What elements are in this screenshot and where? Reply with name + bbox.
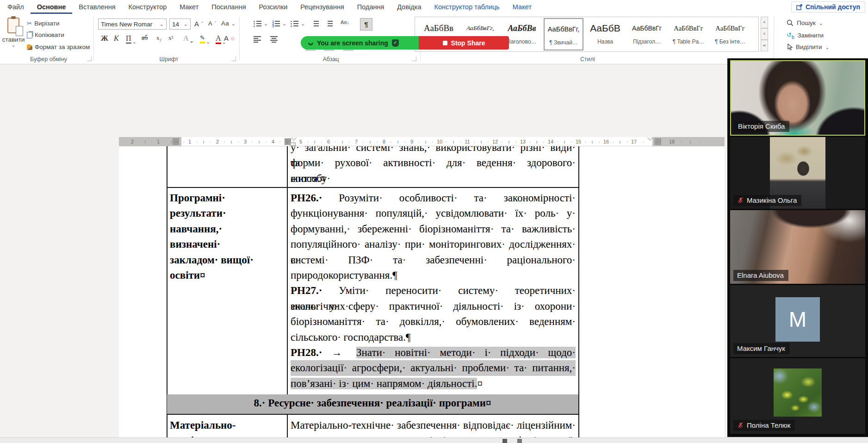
ruler-tick: · (177, 137, 179, 146)
right-margin-boundary-marker[interactable] (655, 138, 661, 145)
change-case-button[interactable]: Аа⌄ (221, 20, 236, 27)
document-page[interactable]: у· загальній· системі· знань,· використо… (119, 137, 725, 443)
word-window: Файл Основне Вставлення Конструктор Маке… (0, 0, 868, 443)
style-card-table-paragraph[interactable]: АаБбВвГг ¶ Table Pa… (669, 18, 708, 50)
styles-scroll-down-button[interactable]: ˅ (761, 28, 768, 40)
style-card-title[interactable]: АаБбВ Назва (585, 18, 625, 50)
style-label: ¶ Table Pa… (669, 38, 708, 45)
font-family-combo[interactable]: Times New Romar ⌄ (98, 19, 167, 30)
style-card-subtitle[interactable]: АаБбВвГг Підзагол… (627, 18, 667, 50)
styles-scroll-up-button[interactable]: ˄ (761, 17, 768, 28)
multilevel-list-button[interactable]: ⌄ (291, 20, 305, 27)
rn27-line3: біорізноманіття· та· довкілля,· обумовле… (291, 314, 576, 329)
participant-tile-polina[interactable]: Поліна Телюк (730, 358, 865, 434)
align-left-button[interactable] (254, 36, 261, 42)
font-dialog-launcher[interactable] (231, 56, 236, 61)
text-effects-label: А (183, 34, 189, 43)
stop-share-button[interactable]: Stop Share (419, 36, 509, 50)
highlight-button[interactable]: ✎ ⌄ (200, 34, 210, 44)
style-sample: АаБбВв (419, 18, 459, 38)
ruler-tick: · (557, 137, 558, 146)
superscript-button[interactable]: х² (168, 34, 173, 42)
share-button[interactable]: Спільний доступ (791, 1, 865, 12)
shrink-caret-icon: ˇ (215, 22, 217, 25)
ruler-tick: · (362, 137, 364, 146)
style-card-no-spacing[interactable]: АаБбВвГг ¶ Без інте… (710, 18, 750, 50)
decrease-indent-button[interactable] (311, 20, 319, 27)
ruler-tick: · (680, 137, 682, 146)
tab-review[interactable]: Рецензування (294, 1, 351, 14)
ruler-tick: · (418, 137, 420, 146)
tab-table-design[interactable]: Конструктор таблиць (428, 1, 506, 14)
tab-references[interactable]: Посилання (205, 1, 252, 14)
numbering-button[interactable]: 123 ⌄ (272, 20, 286, 27)
tab-insert[interactable]: Вставлення (72, 1, 122, 14)
paragraph-dialog-launcher[interactable] (412, 56, 416, 61)
format-painter-button[interactable]: Формат за зразком (27, 44, 90, 50)
strikethrough-button[interactable]: аб (142, 34, 148, 42)
taskbar-icon[interactable] (502, 439, 507, 443)
taskbar-icon[interactable] (517, 439, 522, 443)
left-cell-line: визначені· (170, 237, 283, 252)
search-chevron-icon: ⌄ (819, 21, 823, 25)
ruler-tick: ı (170, 137, 172, 146)
text-effects-chevron-icon: ⌄ (190, 39, 194, 43)
bullets-button[interactable]: ⌄ (254, 20, 268, 27)
participant-tile-elnara[interactable]: Elnara Aiubova (730, 210, 865, 284)
style-sample: АаБбВ (585, 18, 625, 38)
font-size-combo[interactable]: 14 ⌄ (169, 19, 191, 30)
shrink-font-label: А (208, 20, 212, 27)
style-card-normal-selected[interactable]: АаБбВвГг, ¶ Звичай… (544, 18, 583, 50)
ruler-left-margin (119, 137, 181, 146)
ruler-tick: · (390, 137, 392, 146)
pilcrow-icon: ¶ (364, 20, 368, 28)
ruler-tick: · (515, 137, 517, 146)
paste-button[interactable]: ставити ⌄ (2, 18, 25, 54)
participant-tile-mazykina[interactable]: Мазикіна Ольга (730, 137, 865, 209)
styles-gallery-more-button[interactable]: ≂ (761, 40, 768, 51)
font-color-button[interactable]: А ⌄ (216, 34, 226, 44)
tab-table-layout[interactable]: Макет (506, 1, 538, 14)
bold-button[interactable]: Ж (101, 34, 108, 43)
styles-group-label: Стилі (553, 56, 622, 62)
show-formatting-marks-button[interactable]: ¶ (360, 18, 372, 31)
italic-button[interactable]: К (114, 34, 119, 43)
cut-button[interactable]: ✂ Вирізати (27, 19, 60, 27)
search-button[interactable]: Пошук ⌄ (787, 19, 823, 26)
tab-file[interactable]: Файл (1, 1, 31, 14)
paste-chevron-icon[interactable]: ⌄ (2, 43, 25, 47)
tab-design[interactable]: Конструктор (122, 1, 174, 14)
font-size-chevron-icon: ⌄ (184, 22, 188, 26)
ruler-tick: 17 (631, 137, 637, 146)
rn28-line1: РН28.· → Знати· новітні· методи· і· підх… (291, 345, 576, 360)
tab-help[interactable]: Довідка (391, 1, 428, 14)
grow-font-button[interactable]: Аˆ (194, 20, 203, 28)
text-effects-button[interactable]: А ⌄ (183, 34, 194, 43)
tab-mailings[interactable]: Розсилки (253, 1, 294, 14)
participant-tile-viktoriia[interactable]: Вікторія Скиба (730, 60, 865, 136)
select-button[interactable]: Виділити ⌄ (787, 44, 830, 50)
sort-button[interactable]: Ая↓ (341, 19, 349, 25)
table-border-right (578, 137, 579, 443)
underline-label: П (126, 34, 131, 44)
replace-button[interactable]: ↺b Замінити (787, 31, 824, 40)
copy-icon (27, 32, 32, 38)
subscript-button[interactable]: х₂ (156, 34, 161, 42)
format-painter-label: Формат за зразком (35, 44, 90, 50)
align-center-button[interactable] (270, 36, 278, 42)
tab-home[interactable]: Основне (31, 1, 73, 14)
participant-tile-maksym[interactable]: M Максим Ганчук (730, 285, 865, 357)
underline-button[interactable]: П ⌄ (126, 34, 136, 44)
tab-view[interactable]: Подання (351, 1, 391, 14)
ruler-tick: · (348, 137, 350, 146)
shrink-font-button[interactable]: Аˇ (208, 20, 216, 27)
subscript-label: х₂ (156, 34, 161, 42)
right-indent-marker[interactable] (647, 137, 653, 143)
increase-indent-button[interactable] (325, 20, 333, 27)
ruler-tick: · (404, 137, 406, 146)
copy-button[interactable]: Копіювати (27, 31, 64, 38)
paragraph-group-label: Абзац (296, 56, 366, 62)
clipboard-dialog-launcher[interactable] (87, 56, 92, 61)
tab-layout[interactable]: Макет (173, 1, 205, 14)
left-cell-line: Програмні· (170, 190, 283, 206)
